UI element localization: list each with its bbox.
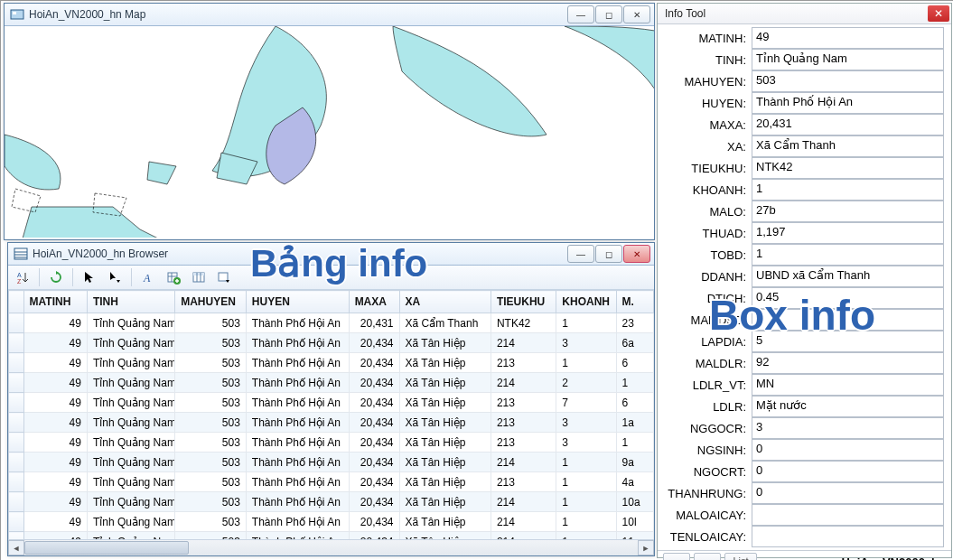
cell[interactable]: 20,434: [349, 472, 399, 492]
picker-dropdown-button[interactable]: [104, 266, 126, 288]
cell[interactable]: 503: [175, 393, 247, 413]
browser-titlebar[interactable]: HoiAn_VN2000_hn Browser — ◻ ✕: [8, 243, 654, 266]
list-button[interactable]: List: [724, 553, 757, 560]
cell[interactable]: Tỉnh Quảng Nam: [87, 433, 174, 453]
scroll-right-arrow[interactable]: ►: [638, 540, 654, 555]
column-header[interactable]: MATINH: [23, 291, 87, 313]
sort-az-button[interactable]: AZ: [12, 266, 33, 288]
cell[interactable]: Xã Tân Hiệp: [399, 492, 491, 512]
cell[interactable]: 1: [616, 373, 653, 393]
cell[interactable]: 503: [175, 413, 247, 433]
cell[interactable]: Thành Phố Hội An: [246, 472, 349, 492]
cell[interactable]: 20,434: [349, 413, 399, 433]
cell[interactable]: 1: [556, 453, 616, 472]
cell[interactable]: Xã Tân Hiệp: [399, 453, 491, 472]
info-field-value[interactable]: Tỉnh Quảng Nam: [752, 49, 944, 70]
cell[interactable]: Thành Phố Hội An: [246, 433, 349, 453]
cell[interactable]: 20,434: [349, 433, 399, 453]
cell[interactable]: 49: [23, 492, 87, 512]
info-field-value[interactable]: UBND xã Cẩm Thanh: [752, 266, 944, 287]
cell[interactable]: Tỉnh Quảng Nam: [87, 313, 174, 333]
cell[interactable]: 503: [175, 433, 247, 453]
cell[interactable]: 20,431: [349, 313, 399, 333]
info-field-value[interactable]: [752, 526, 944, 547]
map-titlebar[interactable]: HoiAn_VN2000_hn Map — ◻ ✕: [5, 4, 654, 26]
info-field-value[interactable]: Thành Phố Hội An: [752, 92, 944, 114]
info-field-value[interactable]: 27b: [752, 201, 944, 222]
cell[interactable]: Xã Tân Hiệp: [399, 433, 491, 453]
select-tool-button[interactable]: [79, 266, 100, 288]
cell[interactable]: 503: [175, 512, 247, 532]
info-field-value[interactable]: 1: [752, 179, 944, 201]
cell[interactable]: Thành Phố Hội An: [246, 453, 349, 472]
cell[interactable]: 23: [616, 313, 653, 333]
info-tool-titlebar[interactable]: Info Tool ✕: [658, 4, 951, 24]
cell[interactable]: Xã Cẩm Thanh: [399, 313, 491, 333]
add-field-button[interactable]: [163, 266, 184, 288]
cell[interactable]: NTK42: [491, 313, 556, 333]
cell[interactable]: 3: [556, 413, 616, 433]
column-header[interactable]: XA: [399, 291, 491, 313]
info-field-value[interactable]: 1,197: [752, 222, 944, 244]
scroll-left-arrow[interactable]: ◄: [8, 540, 24, 555]
cell[interactable]: 503: [175, 453, 247, 472]
cell[interactable]: 2: [556, 373, 616, 393]
cell[interactable]: Xã Tân Hiệp: [399, 512, 491, 532]
info-field-value[interactable]: MN: [752, 374, 944, 396]
cell[interactable]: 6: [616, 353, 653, 373]
cell[interactable]: 4a: [616, 472, 653, 492]
cell[interactable]: 1: [556, 472, 616, 492]
cell[interactable]: Tỉnh Quảng Nam: [87, 373, 174, 393]
cell[interactable]: 214: [491, 373, 556, 393]
cell[interactable]: 3: [556, 333, 616, 353]
cell[interactable]: Xã Tân Hiệp: [399, 373, 491, 393]
cell[interactable]: 49: [23, 512, 87, 532]
cell[interactable]: 10l: [616, 512, 653, 532]
cell[interactable]: 6: [616, 393, 653, 413]
prev-record-button[interactable]: ≪: [663, 553, 690, 560]
info-field-value[interactable]: 0: [752, 482, 944, 504]
info-field-value[interactable]: 0: [752, 439, 944, 461]
cell[interactable]: 20,434: [349, 453, 399, 472]
table-row[interactable]: 49Tỉnh Quảng Nam503Thành Phố Hội An20,43…: [9, 453, 654, 472]
cell[interactable]: 20,434: [349, 333, 399, 353]
cell[interactable]: 214: [491, 333, 556, 353]
cell[interactable]: 1: [556, 512, 616, 532]
horizontal-scrollbar[interactable]: ◄ ►: [8, 539, 654, 555]
data-grid[interactable]: MATINHTINHMAHUYENHUYENMAXAXATIEUKHUKHOAN…: [8, 290, 654, 555]
column-header[interactable]: TIEUKHU: [491, 291, 556, 313]
scroll-thumb[interactable]: [24, 541, 189, 555]
table-row[interactable]: 49Tỉnh Quảng Nam503Thành Phố Hội An20,43…: [9, 492, 654, 512]
cell[interactable]: 213: [491, 413, 556, 433]
cell[interactable]: Thành Phố Hội An: [246, 353, 349, 373]
options-dropdown-button[interactable]: [213, 266, 235, 288]
cell[interactable]: 214: [491, 453, 556, 472]
cell[interactable]: 213: [491, 353, 556, 373]
close-button[interactable]: ✕: [623, 245, 650, 263]
pick-fields-button[interactable]: [188, 266, 210, 288]
table-row[interactable]: 49Tỉnh Quảng Nam503Thành Phố Hội An20,43…: [9, 413, 654, 433]
cell[interactable]: 49: [23, 413, 87, 433]
cell[interactable]: 20,434: [349, 512, 399, 532]
info-field-value[interactable]: 5: [752, 331, 944, 352]
maximize-button[interactable]: ◻: [595, 245, 622, 263]
cell[interactable]: 49: [23, 453, 87, 472]
cell[interactable]: Tỉnh Quảng Nam: [87, 353, 174, 373]
cell[interactable]: Tỉnh Quảng Nam: [87, 512, 174, 532]
cell[interactable]: 9a: [616, 453, 653, 472]
minimize-button[interactable]: —: [567, 245, 594, 263]
cell[interactable]: 7: [556, 393, 616, 413]
info-field-value[interactable]: 20,431: [752, 114, 944, 135]
cell[interactable]: 503: [175, 353, 247, 373]
cell[interactable]: Xã Tân Hiệp: [399, 393, 491, 413]
column-header[interactable]: M.: [616, 291, 653, 313]
cell[interactable]: Tỉnh Quảng Nam: [87, 333, 174, 353]
cell[interactable]: Xã Tân Hiệp: [399, 333, 491, 353]
refresh-button[interactable]: [45, 266, 67, 288]
cell[interactable]: Thành Phố Hội An: [246, 512, 349, 532]
cell[interactable]: Xã Tân Hiệp: [399, 472, 491, 492]
column-header[interactable]: KHOANH: [556, 291, 616, 313]
cell[interactable]: 20,434: [349, 393, 399, 413]
cell[interactable]: 503: [175, 333, 247, 353]
info-field-value[interactable]: 1: [752, 244, 944, 266]
